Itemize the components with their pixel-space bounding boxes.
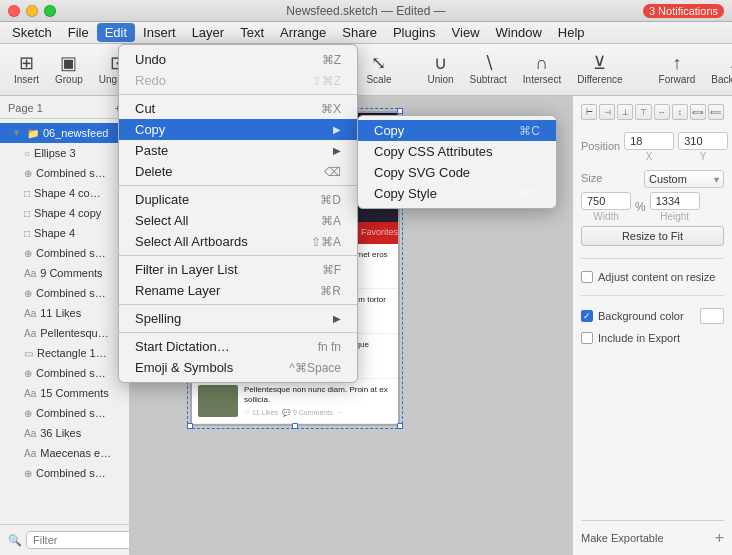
menu-emoji-symbols[interactable]: Emoji & Symbols ^⌘Space (119, 357, 357, 378)
position-y-group: Y (678, 132, 728, 162)
menu-redo[interactable]: Redo ⇧⌘Z (119, 70, 357, 91)
delete-label: Delete (135, 164, 173, 179)
menu-sketch[interactable]: Sketch (4, 23, 60, 42)
background-color-checkbox[interactable] (581, 310, 593, 322)
include-export-checkbox[interactable] (581, 332, 593, 344)
intersect-tool[interactable]: ∩ Intersect (517, 50, 567, 89)
menu-cut[interactable]: Cut ⌘X (119, 98, 357, 119)
group-tool[interactable]: ▣ Group (49, 50, 89, 89)
position-x-input[interactable] (624, 132, 674, 150)
panel-divider-1 (581, 258, 724, 259)
menu-file[interactable]: File (60, 23, 97, 42)
submenu-copy-svg[interactable]: Copy SVG Code (358, 162, 556, 183)
adjust-content-row[interactable]: Adjust content on resize (581, 271, 724, 283)
layer-name: Shape 4 (34, 227, 75, 239)
layer-item-shape4copy[interactable]: □ Shape 4 copy (0, 203, 129, 223)
layer-item-combined5[interactable]: ⊕ Combined s… (0, 403, 129, 423)
align-right[interactable]: ⊥ (617, 104, 633, 120)
position-y-input[interactable] (678, 132, 728, 150)
scale-tool[interactable]: ⤡ Scale (360, 50, 397, 89)
subtract-tool[interactable]: ∖ Subtract (464, 50, 513, 89)
layer-item-combined4[interactable]: ⊕ Combined s… (0, 363, 129, 383)
menu-edit[interactable]: Edit (97, 23, 135, 42)
menu-filter-layer[interactable]: Filter in Layer List ⌘F (119, 259, 357, 280)
layer-item-9comments[interactable]: Aa 9 Comments (0, 263, 129, 283)
submenu-copy[interactable]: Copy ⌘C (358, 120, 556, 141)
notifications-badge[interactable]: 3 Notifications (643, 4, 724, 18)
menu-select-all[interactable]: Select All ⌘A (119, 210, 357, 231)
copy-submenu[interactable]: Copy ⌘C Copy CSS Attributes Copy SVG Cod… (357, 115, 557, 209)
menu-paste[interactable]: Paste ▶ (119, 140, 357, 161)
menu-plugins[interactable]: Plugins (385, 23, 444, 42)
emoji-label: Emoji & Symbols (135, 360, 233, 375)
submenu-copy-style[interactable]: Copy Style ⌥⌘C (358, 183, 556, 204)
size-preset-select[interactable]: Custom (644, 170, 724, 188)
layer-item-36likes[interactable]: Aa 36 Likes (0, 423, 129, 443)
maximize-button[interactable] (44, 5, 56, 17)
size-preset-wrap: Custom (644, 170, 724, 188)
menu-start-dictation[interactable]: Start Dictation… fn fn (119, 336, 357, 357)
menu-layer[interactable]: Layer (184, 23, 233, 42)
align-top[interactable]: ⊤ (635, 104, 651, 120)
insert-tool[interactable]: ⊞ Insert (8, 50, 45, 89)
layer-item-shape4[interactable]: □ Shape 4 (0, 223, 129, 243)
backward-tool[interactable]: ↓ Backward (705, 50, 732, 89)
layer-item-combined3[interactable]: ⊕ Combined s… (0, 283, 129, 303)
layer-item-11likes[interactable]: Aa 11 Likes (0, 303, 129, 323)
menu-spelling[interactable]: Spelling ▶ (119, 308, 357, 329)
handle-br[interactable] (397, 423, 403, 429)
size-width-input[interactable] (581, 192, 631, 210)
align-center-v[interactable]: ↔ (654, 104, 670, 120)
forward-tool[interactable]: ↑ Forward (653, 50, 702, 89)
text-icon: Aa (24, 308, 36, 319)
handle-bc[interactable] (292, 423, 298, 429)
layer-item-newsfeed[interactable]: ▼ 📁 06_newsfeed (0, 123, 129, 143)
distribute-h[interactable]: ⟺ (690, 104, 706, 120)
size-height-input[interactable] (650, 192, 700, 210)
layer-item-combined1[interactable]: ⊕ Combined s… (0, 163, 129, 183)
menu-share[interactable]: Share (334, 23, 385, 42)
difference-tool[interactable]: ⊻ Difference (571, 50, 628, 89)
adjust-content-checkbox[interactable] (581, 271, 593, 283)
layer-item-pellentesqu[interactable]: Aa Pellentesqu… (0, 323, 129, 343)
menu-insert[interactable]: Insert (135, 23, 184, 42)
resize-to-fit-button[interactable]: Resize to Fit (581, 226, 724, 246)
menu-delete[interactable]: Delete ⌫ (119, 161, 357, 182)
layer-item-ellipse3[interactable]: ○ Ellipse 3 (0, 143, 129, 163)
layer-item-combined6[interactable]: ⊕ Combined s… (0, 463, 129, 483)
menu-arrange[interactable]: Arrange (272, 23, 334, 42)
menu-window[interactable]: Window (488, 23, 550, 42)
include-export-row[interactable]: Include in Export (581, 332, 724, 344)
layer-item-combined2[interactable]: ⊕ Combined s… (0, 243, 129, 263)
handle-tr[interactable] (397, 108, 403, 114)
minimize-button[interactable] (26, 5, 38, 17)
menu-copy[interactable]: Copy ▶ Copy ⌘C Copy CSS Attributes Copy … (119, 119, 357, 140)
menu-text[interactable]: Text (232, 23, 272, 42)
align-bottom[interactable]: ↕ (672, 104, 688, 120)
traffic-lights[interactable] (8, 5, 56, 17)
background-color-swatch[interactable] (700, 308, 724, 324)
forward-label: Forward (659, 74, 696, 85)
handle-bl[interactable] (187, 423, 193, 429)
make-exportable-plus[interactable]: + (715, 529, 724, 547)
align-left[interactable]: ⊢ (581, 104, 597, 120)
distribute-v[interactable]: ⟸ (708, 104, 724, 120)
layer-item-shape4co[interactable]: □ Shape 4 co… (0, 183, 129, 203)
menu-help[interactable]: Help (550, 23, 593, 42)
layer-item-maecenas[interactable]: Aa Maecenas e… (0, 443, 129, 463)
menu-rename-layer[interactable]: Rename Layer ⌘R (119, 280, 357, 301)
union-tool[interactable]: ∪ Union (421, 50, 459, 89)
edit-dropdown-menu[interactable]: Undo ⌘Z Redo ⇧⌘Z Cut ⌘X Copy ▶ Copy ⌘C C… (118, 44, 358, 383)
menu-view[interactable]: View (444, 23, 488, 42)
layers-panel: ▼ 📁 06_newsfeed ○ Ellipse 3 ⊕ Combined s… (0, 119, 129, 524)
aspect-lock-icon[interactable]: % (635, 200, 646, 214)
menu-undo[interactable]: Undo ⌘Z (119, 49, 357, 70)
menu-duplicate[interactable]: Duplicate ⌘D (119, 189, 357, 210)
close-button[interactable] (8, 5, 20, 17)
menu-select-artboards[interactable]: Select All Artboards ⇧⌘A (119, 231, 357, 252)
submenu-copy-css[interactable]: Copy CSS Attributes (358, 141, 556, 162)
layer-item-15comments[interactable]: Aa 15 Comments (0, 383, 129, 403)
layer-item-rectangle1[interactable]: ▭ Rectangle 1… (0, 343, 129, 363)
search-input[interactable] (26, 531, 130, 549)
align-center-h[interactable]: ⊣ (599, 104, 615, 120)
